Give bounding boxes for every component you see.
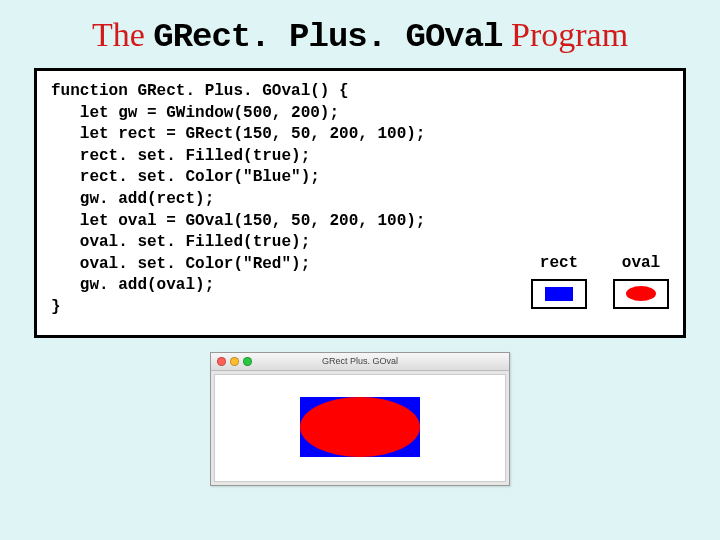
zoom-icon[interactable] xyxy=(243,357,252,366)
minimize-icon[interactable] xyxy=(230,357,239,366)
code-block: function GRect. Plus. GOval() { let gw =… xyxy=(34,68,686,338)
rect-swatch-icon xyxy=(545,287,573,301)
window-controls xyxy=(217,357,252,366)
window-title: GRect Plus. GOval xyxy=(211,356,509,366)
title-suffix: Program xyxy=(503,16,629,53)
legend-oval-label: oval xyxy=(613,253,669,275)
window-titlebar: GRect Plus. GOval xyxy=(211,353,509,371)
code-line: oval. set. Filled(true); xyxy=(51,232,669,254)
graphics-canvas xyxy=(214,374,506,482)
close-icon[interactable] xyxy=(217,357,226,366)
code-line: gw. add(rect); xyxy=(51,189,669,211)
code-line: function GRect. Plus. GOval() { xyxy=(51,81,669,103)
code-line: rect. set. Color("Blue"); xyxy=(51,167,669,189)
canvas-oval-icon xyxy=(300,397,420,457)
code-line: let rect = GRect(150, 50, 200, 100); xyxy=(51,124,669,146)
legend-rect-label: rect xyxy=(531,253,587,275)
legend: rect oval xyxy=(531,253,669,309)
code-line: let oval = GOval(150, 50, 200, 100); xyxy=(51,211,669,233)
legend-rect-item: rect xyxy=(531,253,587,309)
legend-rect-box xyxy=(531,279,587,309)
slide-title: The GRect. Plus. GOval Program xyxy=(0,0,720,68)
title-prefix: The xyxy=(92,16,153,53)
output-window: GRect Plus. GOval xyxy=(210,352,510,486)
legend-oval-box xyxy=(613,279,669,309)
code-line: let gw = GWindow(500, 200); xyxy=(51,103,669,125)
code-line: rect. set. Filled(true); xyxy=(51,146,669,168)
oval-swatch-icon xyxy=(626,286,656,301)
legend-oval-item: oval xyxy=(613,253,669,309)
title-mono: GRect. Plus. GOval xyxy=(153,18,502,56)
